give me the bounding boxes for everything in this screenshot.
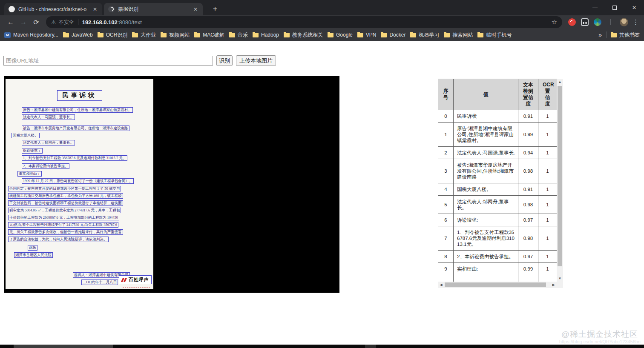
detected-text-line: 元;然而,整个工程被告只陆续支付了 2417530 元,尚欠工程款 356787… xyxy=(8,220,153,227)
close-icon[interactable]: ✕ xyxy=(92,6,98,12)
extension-tampermonkey-icon[interactable] xyxy=(581,18,589,26)
bookmark-item[interactable]: MAC破解 xyxy=(194,31,224,39)
bookmark-item[interactable]: Google xyxy=(328,32,353,38)
close-window-button[interactable]: ✕ xyxy=(624,0,644,15)
security-label[interactable]: 不安全 xyxy=(59,19,74,26)
bookmark-item[interactable]: 音乐 xyxy=(229,31,248,39)
table-row xyxy=(438,275,557,282)
table-row: 0 民事诉状 0.91 1 xyxy=(438,110,557,123)
folder-icon xyxy=(253,33,259,37)
maximize-button[interactable] xyxy=(605,0,624,15)
scroll-right-icon[interactable]: ▶ xyxy=(550,282,557,288)
bookmark-item[interactable]: 机器学习 xyxy=(410,31,439,39)
extension-globe-icon[interactable] xyxy=(594,18,601,26)
table-header-row: 序号 值 文本检测置信度 OCR置信度 xyxy=(438,79,557,110)
other-bookmarks-folder[interactable]: 其他书签 xyxy=(611,31,640,39)
scrollbar-thumb[interactable] xyxy=(558,86,562,266)
newspaper-logo: 百姓呼声 xyxy=(119,275,152,284)
bookmark-item[interactable]: Hadoop xyxy=(253,32,279,38)
divider xyxy=(606,31,607,38)
logo-icon xyxy=(121,277,127,282)
bookmark-item[interactable]: 临时手机号 xyxy=(477,31,512,39)
table-row: 1 原告:湘潭县湘中建筑有限公司,住所地:湘潭县谭家山镇棠霞村。 0.99 1 xyxy=(438,123,557,147)
detected-text-line: 此致 xyxy=(28,243,153,250)
close-icon[interactable]: ✕ xyxy=(193,6,198,12)
logo-label: 百姓呼声 xyxy=(129,277,149,283)
bookmarks-overflow-icon[interactable]: » xyxy=(598,31,602,38)
divider xyxy=(610,19,611,25)
bookmark-item[interactable]: JavaWeb xyxy=(63,32,93,38)
detected-text-line: 原告：湘潭县湘中建筑有限公司，住所地：湘潭县谭家山镇棠霞村。 xyxy=(22,105,153,112)
tab-github[interactable]: GitHub - chineseocr/darknet-o ✕ xyxy=(4,3,102,15)
detected-text-line: 合同约定：被告将其开发的日晟花园小区第一期工程的 1 至 50 栋交与 xyxy=(8,184,153,191)
window-controls: — ✕ xyxy=(585,0,644,15)
scroll-left-icon[interactable]: ◀ xyxy=(438,282,444,288)
address-bar[interactable]: ⚠ 不安全 192.168.0.102 :8080/text ☆ xyxy=(46,16,562,28)
folder-icon xyxy=(229,33,235,37)
bookmark-item[interactable]: 教务系统相关 xyxy=(284,31,323,39)
detected-text-line: 事实和理由： xyxy=(17,169,153,176)
detected-text-line: 积审定为 5804.06 ㎡，工程总价款审定为 2774317.6 元，其中：工… xyxy=(8,205,153,213)
folder-icon xyxy=(381,33,387,37)
folder-icon xyxy=(328,33,334,37)
col-header-value: 值 xyxy=(454,79,518,110)
extensions-area xyxy=(568,18,628,26)
scrollbar-corner xyxy=(557,282,563,288)
detected-text-line: 线建筑工程项目交与原告承包施工，承包价为平方米 460 元，该工程竣 xyxy=(8,191,153,198)
document-title: 民事诉状 xyxy=(57,90,102,101)
tab-ticket-ocr[interactable]: 票据识别 ✕ xyxy=(104,3,203,15)
vertical-scrollbar[interactable]: ▲ ▼ xyxy=(557,79,563,282)
profile-avatar[interactable] xyxy=(620,18,628,26)
tab-strip: GitHub - chineseocr/darknet-o ✕ 票据识别 ✕ +… xyxy=(0,0,644,15)
watermark-text: @稀土掘金技术社区 xyxy=(561,329,638,340)
url-path: :8080/text xyxy=(118,19,142,26)
scroll-up-icon[interactable]: ▲ xyxy=(557,79,563,85)
taskbar-segment xyxy=(365,345,376,348)
taskbar-segment xyxy=(14,345,113,348)
bookmark-star-icon[interactable]: ☆ xyxy=(552,18,557,26)
detected-text-line: 被告：湘潭市华厦房地产开发有限公司、住所地：湘潭市建设南路 xyxy=(22,123,153,131)
col-header-index: 序号 xyxy=(438,79,454,110)
divider xyxy=(78,19,78,25)
bookmarks-bar: M Maven Repository... JavaWeb OCR识别 大作业 … xyxy=(0,29,644,41)
back-button[interactable]: ← xyxy=(4,18,17,26)
extension-red-icon[interactable] xyxy=(568,18,576,26)
upload-local-image-button[interactable]: 上传本地图片 xyxy=(236,55,276,66)
bookmark-item[interactable]: 搜索网站 xyxy=(444,31,473,39)
horizontal-scrollbar[interactable]: ◀ ▶ xyxy=(438,282,557,288)
scroll-down-icon[interactable]: ▼ xyxy=(557,275,563,282)
tab-title: 票据识别 xyxy=(118,6,189,13)
forward-button[interactable]: → xyxy=(17,18,30,26)
bookmark-item[interactable]: 大作业 xyxy=(132,31,156,39)
col-header-ocr-confidence: OCR置信度 xyxy=(538,79,557,110)
minimize-button[interactable]: — xyxy=(585,0,605,15)
folder-icon xyxy=(284,33,290,37)
ocr-results-panel: 序号 值 文本检测置信度 OCR置信度 0 民事诉状 0.91 1 1 原告:湘… xyxy=(438,79,563,288)
table-row: 3 被告:湘潭市华厦房地产开发有限公间,住所地:湘潭市建设南路 0.98 1 xyxy=(438,159,557,183)
image-url-input[interactable] xyxy=(3,56,213,66)
image-canvas: 民事诉状 原告：湘潭县湘中建筑有限公司，住所地：湘潭县谭家山镇棠霞村。法定代表人… xyxy=(4,76,339,293)
github-icon xyxy=(9,6,15,12)
folder-icon xyxy=(410,33,416,37)
maximize-icon xyxy=(612,6,617,10)
detected-text-line: 法定代表人：马国强，董事长。 xyxy=(22,112,153,120)
new-tab-button[interactable]: + xyxy=(210,3,221,14)
table-row: 8 2、本诉讼费由被告承担。 0.97 1 xyxy=(438,251,557,263)
url-host: 192.168.0.102 xyxy=(82,19,118,26)
browser-menu-icon[interactable]: ⋮ xyxy=(632,18,639,26)
folder-icon xyxy=(611,33,617,37)
bookmark-item[interactable]: Docker xyxy=(381,32,405,38)
recognize-button[interactable]: 识别 xyxy=(216,55,233,66)
folder-icon xyxy=(357,33,363,37)
bookmark-item[interactable]: OCR识别 xyxy=(98,31,128,39)
reload-button[interactable]: ⟳ xyxy=(30,18,43,26)
document-image: 民事诉状 原告：湘潭县湘中建筑有限公司，住所地：湘潭县谭家山镇棠霞村。法定代表人… xyxy=(6,79,153,289)
scrollbar-thumb[interactable] xyxy=(445,282,546,287)
warning-icon: ⚠ xyxy=(51,19,56,26)
ocr-results-table: 序号 值 文本检测置信度 OCR置信度 0 民事诉状 0.91 1 1 原告:湘… xyxy=(438,79,557,282)
bookmark-item[interactable]: M Maven Repository... xyxy=(4,32,58,38)
bookmark-item[interactable]: 视频网站 xyxy=(161,31,190,39)
bookmark-item[interactable]: VPN xyxy=(357,32,377,38)
detected-text-line: 元。所欠工程款原告多次催收，但被告一直拖延未付，其行为严重侵害 xyxy=(8,227,153,234)
detected-text-line: 湘潭市岳塘区人民法院 xyxy=(14,250,153,257)
